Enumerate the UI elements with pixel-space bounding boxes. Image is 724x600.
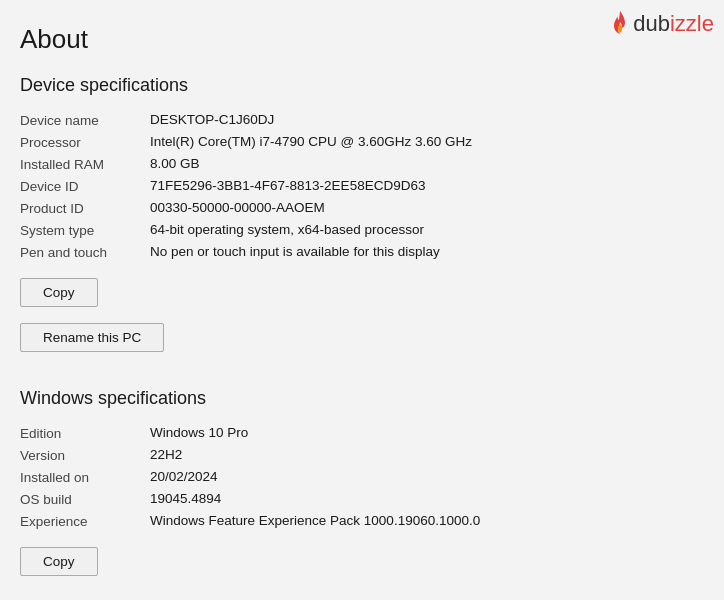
pen-touch-label: Pen and touch — [20, 244, 150, 260]
version-label: Version — [20, 447, 150, 463]
page-title: About — [20, 24, 704, 55]
device-id-value: 71FE5296-3BB1-4F67-8813-2EE58ECD9D63 — [150, 178, 704, 193]
os-build-value: 19045.4894 — [150, 491, 704, 506]
device-specs-heading: Device specifications — [20, 75, 704, 96]
rename-pc-button[interactable]: Rename this PC — [20, 323, 164, 352]
edition-value: Windows 10 Pro — [150, 425, 704, 440]
edition-label: Edition — [20, 425, 150, 441]
device-name-label: Device name — [20, 112, 150, 128]
logo-izzle: izzle — [670, 11, 714, 36]
device-buttons-row: Copy Rename this PC — [20, 278, 704, 364]
pen-touch-value: No pen or touch input is available for t… — [150, 244, 704, 259]
system-type-label: System type — [20, 222, 150, 238]
device-copy-button[interactable]: Copy — [20, 278, 98, 307]
windows-buttons-row: Copy — [20, 547, 704, 588]
installed-on-value: 20/02/2024 — [150, 469, 704, 484]
windows-copy-button[interactable]: Copy — [20, 547, 98, 576]
logo-text: dubizzle — [633, 11, 714, 37]
experience-value: Windows Feature Experience Pack 1000.190… — [150, 513, 704, 528]
product-id-label: Product ID — [20, 200, 150, 216]
windows-spec-table: Edition Windows 10 Pro Version 22H2 Inst… — [20, 425, 704, 529]
flame-icon — [611, 10, 629, 36]
device-id-label: Device ID — [20, 178, 150, 194]
installed-on-label: Installed on — [20, 469, 150, 485]
experience-label: Experience — [20, 513, 150, 529]
windows-specs-section: Windows specifications Edition Windows 1… — [20, 388, 704, 588]
device-spec-table: Device name DESKTOP-C1J60DJ Processor In… — [20, 112, 704, 260]
processor-label: Processor — [20, 134, 150, 150]
logo-dub: dub — [633, 11, 670, 36]
system-type-value: 64-bit operating system, x64-based proce… — [150, 222, 704, 237]
device-name-value: DESKTOP-C1J60DJ — [150, 112, 704, 127]
device-specs-section: Device specifications Device name DESKTO… — [20, 75, 704, 364]
windows-specs-heading: Windows specifications — [20, 388, 704, 409]
processor-value: Intel(R) Core(TM) i7-4790 CPU @ 3.60GHz … — [150, 134, 704, 149]
ram-value: 8.00 GB — [150, 156, 704, 171]
os-build-label: OS build — [20, 491, 150, 507]
product-id-value: 00330-50000-00000-AAOEM — [150, 200, 704, 215]
version-value: 22H2 — [150, 447, 704, 462]
ram-label: Installed RAM — [20, 156, 150, 172]
page-wrapper: dubizzle About Device specifications Dev… — [0, 0, 724, 600]
logo-area: dubizzle — [611, 10, 714, 38]
